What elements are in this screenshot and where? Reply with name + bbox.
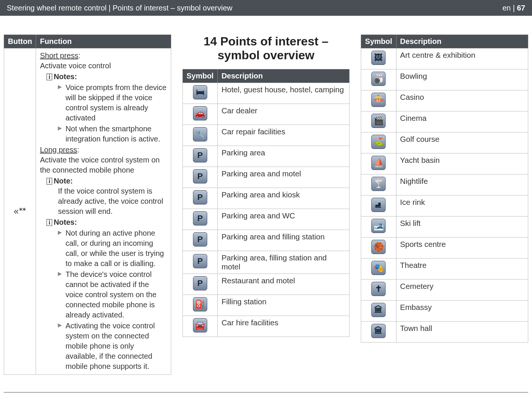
description-cell: Art centre & exhibition xyxy=(396,48,528,69)
description-cell: Parking area and filling station xyxy=(217,230,349,251)
table-row: Parking area xyxy=(182,146,350,167)
notes1-label: Notes: xyxy=(54,72,77,82)
poi-icon xyxy=(371,282,386,296)
description-cell: Nightlife xyxy=(396,174,528,195)
description-cell: Car hire facilities xyxy=(217,316,349,337)
symbol-cell xyxy=(361,90,396,111)
symbol-cell xyxy=(361,69,396,90)
table-row: Nightlife xyxy=(361,174,528,195)
column-middle: 14 Points of interest – symbol overview … xyxy=(182,35,350,375)
header-title: Steering wheel remote control | Points o… xyxy=(7,4,232,12)
description-cell: Sports centre xyxy=(396,238,528,259)
poi-icon xyxy=(371,261,386,275)
table-row: Hotel, guest house, hostel, camping xyxy=(182,83,350,104)
table-row: Parking area and WC xyxy=(182,209,350,230)
notes2-list: Not during an active phone call, or duri… xyxy=(58,228,167,371)
symbol-cell xyxy=(182,125,217,146)
symbol-cell xyxy=(361,322,396,343)
th-function: Function xyxy=(36,35,171,48)
symbol-cell xyxy=(182,104,217,125)
description-cell: Car repair facilities xyxy=(217,125,349,146)
function-cell: Short press: Activate voice control iNot… xyxy=(36,48,171,375)
table-row: Casino xyxy=(361,90,528,111)
table-row: Art centre & exhibition xyxy=(361,48,528,69)
description-cell: Car dealer xyxy=(217,104,349,125)
table-row: Cinema xyxy=(361,111,528,132)
description-cell: Town hall xyxy=(396,322,528,343)
table-row: Restaurant and motel xyxy=(182,274,350,295)
list-item: The device's voice control cannot be act… xyxy=(58,269,167,320)
poi-icon xyxy=(193,211,207,226)
symbol-cell xyxy=(182,188,217,209)
table-row: Ice rink xyxy=(361,195,528,217)
footer-rule xyxy=(4,392,528,392)
description-cell: Parking area and motel xyxy=(217,167,349,188)
th-symbol: Symbol xyxy=(361,35,396,48)
poi-icon xyxy=(193,318,207,332)
description-cell: Ice rink xyxy=(396,195,528,217)
long-press-desc: Activate the voice control system on the… xyxy=(40,155,167,175)
description-cell: Embassy xyxy=(396,301,528,322)
table-row: Car hire facilities xyxy=(182,316,350,337)
poi-icon xyxy=(193,127,207,141)
symbol-cell xyxy=(361,259,396,280)
list-item: Not when the smartphone integration func… xyxy=(58,124,167,144)
table-row: Bowling xyxy=(361,69,528,90)
symbol-cell xyxy=(361,111,396,132)
symbol-cell xyxy=(361,153,396,174)
info-icon: i xyxy=(47,178,52,185)
table-row: Town hall xyxy=(361,322,528,343)
symbol-cell xyxy=(361,174,396,195)
poi-icon xyxy=(371,177,386,191)
symbol-cell xyxy=(361,132,396,153)
voice-icon: «ᕯ xyxy=(14,207,26,216)
voice-button-cell: «ᕯ xyxy=(4,48,36,375)
info-icon: i xyxy=(47,219,52,226)
description-cell: Theatre xyxy=(396,259,528,280)
poi-icon xyxy=(193,254,207,268)
poi-icon xyxy=(371,72,386,86)
section-heading: 14 Points of interest – symbol overview xyxy=(182,35,350,62)
info-icon: i xyxy=(47,74,52,80)
poi-icon xyxy=(371,324,386,338)
description-cell: Cemetery xyxy=(396,280,528,301)
poi-icon xyxy=(193,148,207,162)
table-row: Yacht basin xyxy=(361,153,528,174)
table-row: Car dealer xyxy=(182,104,350,125)
list-item: Voice prompts from the device will be sk… xyxy=(58,83,167,123)
poi-icon xyxy=(193,297,207,311)
table-row: Golf course xyxy=(361,132,528,153)
symbol-cell xyxy=(182,295,217,316)
table-row: Cemetery xyxy=(361,280,528,301)
symbol-cell xyxy=(361,280,396,301)
description-cell: Bowling xyxy=(396,69,528,90)
description-cell: Parking area and kiosk xyxy=(217,188,349,209)
poi-icon xyxy=(371,135,386,149)
table-row: Parking area and motel xyxy=(182,167,350,188)
table-row: Embassy xyxy=(361,301,528,322)
poi-icon xyxy=(193,169,207,183)
description-cell: Cinema xyxy=(396,111,528,132)
description-cell: Yacht basin xyxy=(396,153,528,174)
description-cell: Casino xyxy=(396,90,528,111)
symbol-cell xyxy=(182,230,217,251)
page-header: Steering wheel remote control | Points o… xyxy=(0,0,532,16)
poi-icon xyxy=(371,198,386,212)
table-row: Sports centre xyxy=(361,238,528,259)
page-content: Button Function «ᕯ Short press: Activate… xyxy=(0,16,532,379)
symbol-cell xyxy=(361,217,396,238)
th-button: Button xyxy=(4,35,36,48)
column-left: Button Function «ᕯ Short press: Activate… xyxy=(4,35,171,375)
notes1-list: Voice prompts from the device will be sk… xyxy=(58,83,167,144)
symbol-cell xyxy=(182,274,217,295)
list-item: Not during an active phone call, or duri… xyxy=(58,228,167,269)
symbol-cell xyxy=(361,195,396,217)
column-right: Symbol Description Art centre & exhibiti… xyxy=(361,35,528,375)
description-cell: Parking area, filling station and motel xyxy=(217,251,349,274)
table-row: Car repair facilities xyxy=(182,125,350,146)
list-item: Activating the voice control system on t… xyxy=(58,321,167,371)
poi-icon xyxy=(371,219,386,233)
poi-icon xyxy=(371,51,386,65)
poi-icon xyxy=(193,106,207,120)
description-cell: Filling station xyxy=(217,295,349,316)
